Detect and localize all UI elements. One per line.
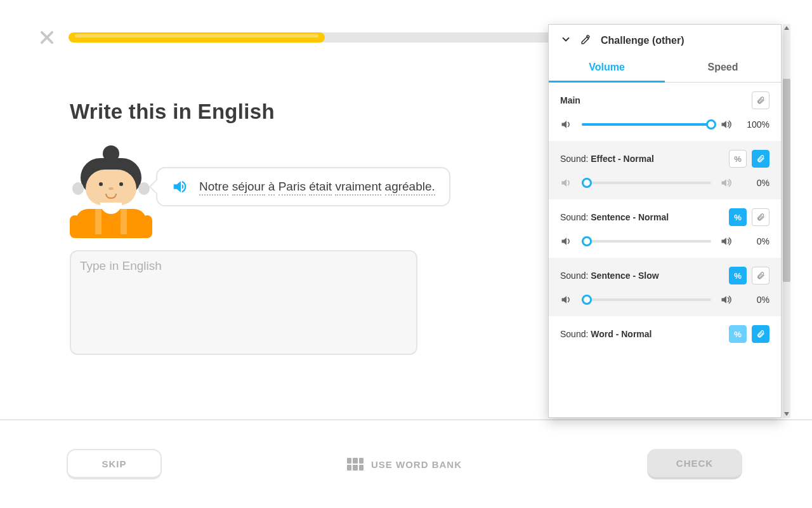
percent-toggle[interactable]: % [729, 267, 747, 284]
sentence-text[interactable]: Notre séjour à Paris était vraiment agré… [199, 180, 435, 194]
volume-value: 100% [742, 119, 769, 130]
attachment-icon[interactable] [752, 150, 769, 168]
row-label: Sound: Word - Normal [560, 329, 652, 339]
check-button[interactable]: CHECK [647, 449, 742, 479]
volume-max-icon[interactable] [720, 177, 733, 189]
svg-marker-3 [722, 179, 727, 187]
volume-slider[interactable] [582, 182, 711, 184]
footer-bar: SKIP USE WORD BANK CHECK [0, 419, 812, 508]
percent-toggle[interactable]: % [729, 150, 747, 168]
volume-max-icon[interactable] [720, 118, 733, 131]
volume-value: 0% [742, 236, 769, 246]
svg-marker-5 [722, 237, 727, 245]
mute-icon[interactable] [560, 235, 573, 248]
edit-icon[interactable] [580, 34, 592, 48]
close-icon[interactable] [38, 29, 56, 46]
volume-slider[interactable] [582, 298, 711, 301]
row-label: Main [560, 95, 580, 105]
attachment-icon[interactable] [752, 91, 769, 109]
mute-icon[interactable] [560, 177, 573, 189]
volume-slider[interactable] [582, 240, 711, 243]
tab-speed[interactable]: Speed [665, 54, 781, 82]
volume-max-icon[interactable] [720, 293, 733, 306]
percent-toggle[interactable]: % [729, 208, 747, 226]
attachment-icon[interactable] [752, 208, 769, 226]
svg-marker-6 [562, 296, 567, 304]
wordbank-toggle[interactable]: USE WORD BANK [347, 458, 462, 471]
mute-icon[interactable] [560, 118, 573, 131]
wordbank-icon [347, 458, 363, 471]
svg-marker-2 [562, 179, 567, 187]
volume-slider[interactable] [582, 123, 711, 126]
audio-debug-panel: Challenge (other) Volume Speed Main 100%… [548, 24, 782, 418]
volume-row-word: Sound: Word - Normal% [549, 316, 781, 362]
answer-input[interactable] [70, 250, 417, 355]
volume-value: 0% [742, 178, 769, 188]
percent-toggle[interactable]: % [729, 325, 747, 343]
speaker-icon[interactable] [171, 177, 190, 196]
attachment-icon[interactable] [752, 267, 769, 284]
svg-marker-0 [562, 121, 567, 128]
row-label: Sound: Sentence - Slow [560, 271, 659, 281]
volume-max-icon[interactable] [720, 235, 733, 248]
sentence-bubble: Notre séjour à Paris était vraiment agré… [156, 167, 450, 206]
tab-volume[interactable]: Volume [549, 54, 665, 83]
panel-title: Challenge (other) [601, 35, 684, 46]
row-label: Sound: Effect - Normal [560, 154, 654, 164]
volume-row-main: Main 100% [549, 83, 781, 141]
volume-row-eff: Sound: Effect - Normal% 0% [549, 141, 781, 199]
svg-marker-1 [722, 121, 727, 128]
svg-marker-4 [562, 237, 567, 245]
character-avatar [70, 145, 152, 237]
volume-row-sen: Sound: Sentence - Normal% 0% [549, 199, 781, 258]
mute-icon[interactable] [560, 293, 573, 306]
row-label: Sound: Sentence - Normal [560, 212, 669, 222]
svg-marker-7 [722, 296, 727, 304]
collapse-icon[interactable] [560, 34, 572, 48]
attachment-icon[interactable] [752, 325, 769, 343]
volume-value: 0% [742, 295, 769, 305]
wordbank-label: USE WORD BANK [371, 459, 462, 470]
volume-row-slow: Sound: Sentence - Slow% 0% [549, 258, 781, 316]
skip-button[interactable]: SKIP [67, 449, 162, 479]
page-scrollbar[interactable] [783, 24, 790, 418]
